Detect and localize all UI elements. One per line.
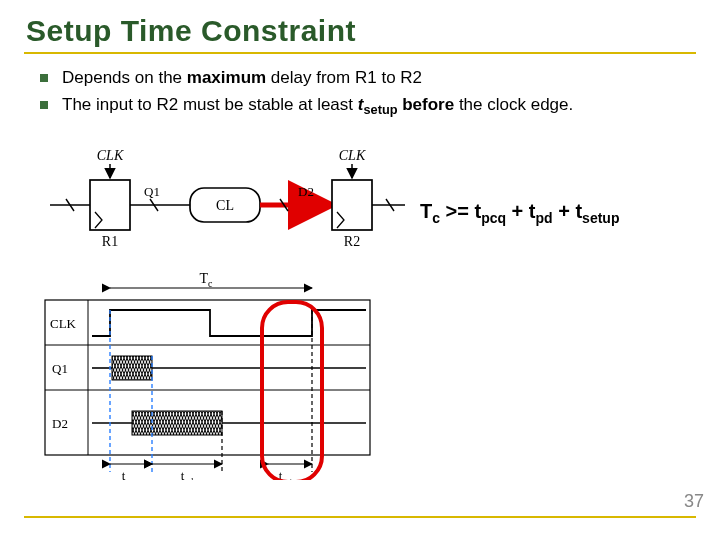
label-tpcq-sub: pcq: [125, 476, 138, 480]
svg-text:Tc: Tc: [199, 271, 213, 289]
label-q1-row: Q1: [52, 361, 68, 376]
bullet-bold: maximum: [187, 68, 266, 87]
figure: CLK R1 Q1 CL D2 CLK: [40, 150, 680, 490]
label-cl: CL: [216, 198, 234, 213]
label-tpd-sub: pd: [184, 476, 194, 480]
svg-rect-14: [332, 180, 372, 230]
bullet-list: Depends on the maximum delay from R1 to …: [34, 66, 696, 120]
footer-rule: [24, 516, 696, 518]
diagram-svg: CLK R1 Q1 CL D2 CLK: [40, 150, 410, 480]
svg-rect-39: [262, 302, 322, 480]
term-sub: setup: [363, 102, 397, 117]
svg-rect-24: [112, 356, 152, 380]
label-clk-row: CLK: [50, 316, 77, 331]
label-q1: Q1: [144, 184, 160, 199]
slide-title: Setup Time Constraint: [26, 14, 696, 48]
bullet-bold: before: [397, 95, 454, 114]
title-rule: [24, 52, 696, 54]
label-tsetup-sub: setup: [282, 476, 301, 480]
bullet-item: Depends on the maximum delay from R1 to …: [34, 66, 696, 91]
bullet-icon: [40, 74, 48, 82]
label-r1: R1: [102, 234, 118, 249]
bullet-text: Depends on the: [62, 68, 187, 87]
label-clk1: CLK: [97, 150, 124, 163]
label-r2: R2: [344, 234, 360, 249]
bullet-text: delay from R1 to R2: [266, 68, 422, 87]
svg-text:tpd: tpd: [181, 468, 194, 480]
label-d2-row: D2: [52, 416, 68, 431]
page-number: 37: [684, 491, 704, 512]
label-d2: D2: [298, 184, 314, 199]
bullet-text: The input to R2 must be stable at least: [62, 95, 358, 114]
bullet-text: the clock edge.: [454, 95, 573, 114]
svg-text:tsetup: tsetup: [279, 468, 302, 480]
label-clk2: CLK: [339, 150, 366, 163]
bullet-item: The input to R2 must be stable at least …: [34, 93, 696, 120]
svg-rect-5: [90, 180, 130, 230]
svg-rect-27: [132, 411, 222, 435]
bullet-icon: [40, 101, 48, 109]
svg-text:tpcq: tpcq: [122, 468, 139, 480]
inequality: Tc >= tpcq + tpd + tsetup: [420, 200, 619, 226]
label-tc-sub: c: [208, 278, 213, 289]
